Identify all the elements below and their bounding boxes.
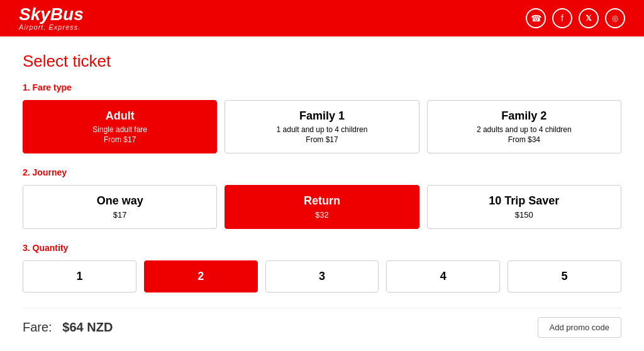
logo-text: SkyBus [19, 4, 84, 24]
fare-card-family2-price: From $34 [434, 135, 614, 144]
fare-type-section: 1. Fare type Adult Single adult fare Fro… [23, 82, 621, 153]
fare-summary: Fare: $64 NZD [23, 320, 113, 335]
fare-card-adult[interactable]: Adult Single adult fare From $17 [23, 100, 217, 153]
promo-code-button[interactable]: Add promo code [538, 317, 621, 338]
qty-card-2[interactable]: 2 [144, 260, 258, 292]
fare-amount: $64 NZD [62, 320, 113, 334]
journey-return-title: Return [231, 194, 412, 208]
fare-type-label: 1. Fare type [23, 82, 621, 92]
fare-card-family1-title: Family 1 [231, 109, 412, 123]
fare-card-family2-title: Family 2 [434, 109, 614, 123]
journey-section: 2. Journey One way $17 Return $32 10 Tri… [23, 167, 621, 229]
fare-card-family1-desc: 1 adult and up to 4 children [231, 125, 412, 134]
logo-sub: Airport. Express. [19, 23, 84, 31]
fare-row: Fare: $64 NZD Add promo code [23, 308, 621, 338]
qty-card-1[interactable]: 1 [23, 260, 136, 292]
fare-label: Fare: $64 NZD [23, 320, 113, 334]
fare-card-family2[interactable]: Family 2 2 adults and up to 4 children F… [427, 100, 621, 153]
instagram-icon[interactable]: ◎ [605, 8, 625, 28]
facebook-icon[interactable]: f [552, 8, 572, 28]
page-title: Select ticket [23, 52, 621, 71]
journey-card-return[interactable]: Return $32 [225, 185, 419, 229]
journey-tripsaver-price: $150 [434, 210, 614, 220]
journey-oneway-title: One way [30, 194, 210, 208]
journey-card-oneway[interactable]: One way $17 [23, 185, 217, 229]
qty-card-5[interactable]: 5 [508, 260, 621, 292]
journey-label: 2. Journey [23, 167, 621, 177]
quantity-section: 3. Quantity 1 2 3 4 5 [23, 243, 621, 292]
main-content: Select ticket 1. Fare type Adult Single … [0, 36, 644, 350]
qty-card-3[interactable]: 3 [265, 260, 379, 292]
quantity-grid: 1 2 3 4 5 [23, 260, 621, 292]
social-icons: ☎ f 𝕏 ◎ [526, 8, 625, 28]
quantity-label: 3. Quantity [23, 243, 621, 253]
phone-icon[interactable]: ☎ [526, 8, 546, 28]
fare-type-grid: Adult Single adult fare From $17 Family … [23, 100, 621, 153]
fare-card-adult-title: Adult [30, 109, 210, 123]
fare-card-family1-price: From $17 [231, 135, 412, 144]
fare-card-adult-desc: Single adult fare [30, 125, 210, 134]
logo: SkyBus Airport. Express. [19, 6, 84, 31]
fare-card-family2-desc: 2 adults and up to 4 children [434, 125, 614, 134]
journey-return-price: $32 [231, 210, 412, 220]
twitter-icon[interactable]: 𝕏 [579, 8, 599, 28]
header: SkyBus Airport. Express. ☎ f 𝕏 ◎ [0, 0, 644, 36]
qty-card-4[interactable]: 4 [386, 260, 500, 292]
fare-card-adult-price: From $17 [30, 135, 210, 144]
journey-tripsaver-title: 10 Trip Saver [434, 194, 614, 208]
journey-card-tripsaver[interactable]: 10 Trip Saver $150 [427, 185, 621, 229]
fare-card-family1[interactable]: Family 1 1 adult and up to 4 children Fr… [225, 100, 419, 153]
journey-oneway-price: $17 [30, 210, 210, 220]
journey-grid: One way $17 Return $32 10 Trip Saver $15… [23, 185, 621, 229]
